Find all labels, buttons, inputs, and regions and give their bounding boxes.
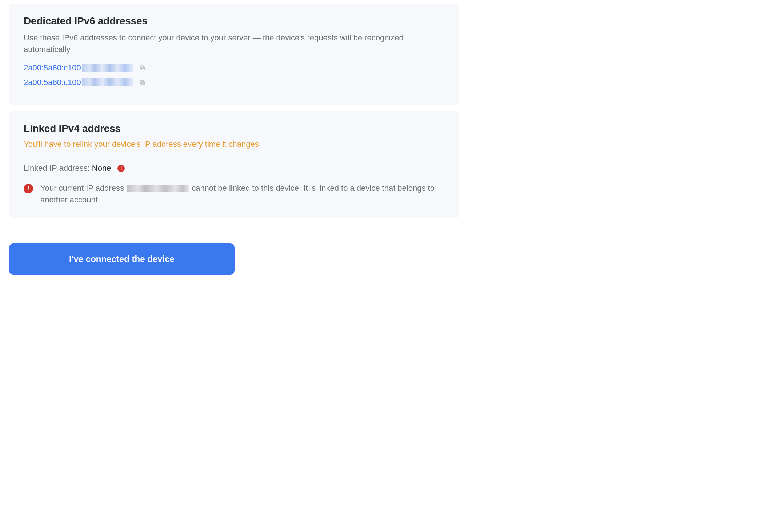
alert-icon: ! xyxy=(117,165,125,172)
ipv6-address-redacted xyxy=(82,78,133,86)
ipv6-address-link[interactable]: 2a00:5a60:c100 xyxy=(24,78,133,87)
ipv6-description: Use these IPv6 addresses to connect your… xyxy=(24,32,445,55)
ipv6-address-prefix: 2a00:5a60:c100 xyxy=(24,78,81,87)
ipv4-error-prefix: Your current IP address xyxy=(40,184,126,193)
linked-ip-label: Linked IP address: xyxy=(24,164,90,173)
ipv6-address-redacted xyxy=(82,64,133,72)
alert-icon: ! xyxy=(24,184,33,193)
ipv4-error-row: ! Your current IP address cannot be link… xyxy=(24,182,445,206)
ipv6-address-prefix: 2a00:5a60:c100 xyxy=(24,63,81,73)
ipv6-address-row: 2a00:5a60:c100 xyxy=(24,78,445,87)
ipv4-card: Linked IPv4 address You'll have to relin… xyxy=(9,111,459,218)
linked-ip-line: Linked IP address: None ! xyxy=(24,164,445,173)
action-area: I've connected the device xyxy=(9,243,459,275)
ipv6-address-row: 2a00:5a60:c100 xyxy=(24,63,445,73)
ipv6-title: Dedicated IPv6 addresses xyxy=(24,15,445,27)
linked-ip-value: None xyxy=(92,164,111,173)
ipv6-card: Dedicated IPv6 addresses Use these IPv6 … xyxy=(9,4,459,105)
connected-device-button[interactable]: I've connected the device xyxy=(9,243,235,275)
ipv4-current-ip-redacted xyxy=(127,185,189,192)
ipv4-error-text: Your current IP address cannot be linked… xyxy=(40,182,445,206)
ipv6-address-link[interactable]: 2a00:5a60:c100 xyxy=(24,63,133,73)
ipv4-warning: You'll have to relink your device's IP a… xyxy=(24,140,445,149)
copy-icon[interactable] xyxy=(139,79,146,86)
ipv4-title: Linked IPv4 address xyxy=(24,123,445,134)
copy-icon[interactable] xyxy=(139,65,146,71)
